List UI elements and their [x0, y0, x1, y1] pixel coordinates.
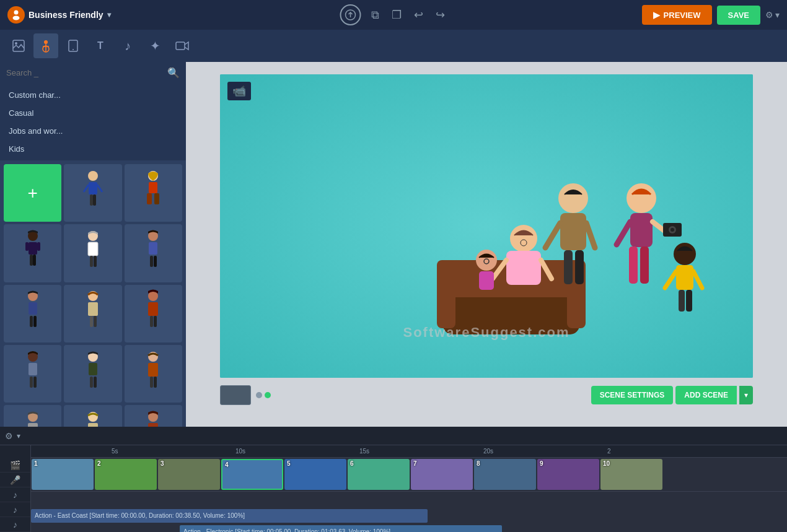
project-title[interactable]: Business Friendly ▾ — [7, 6, 111, 24]
tool-text[interactable]: T — [88, 33, 113, 58]
character-card[interactable] — [64, 345, 121, 403]
character-card[interactable] — [4, 405, 61, 427]
svg-rect-26 — [30, 255, 33, 266]
svg-rect-47 — [154, 316, 157, 327]
track-content: 1 2 3 4 5 6 7 8 9 10 Action - East Coast… — [31, 458, 787, 532]
scene-thumb-7[interactable]: 7 — [411, 459, 473, 490]
add-scene-dropdown[interactable]: ▾ — [739, 386, 753, 404]
avatar — [7, 6, 25, 24]
settings-button[interactable]: ⚙ ▾ — [765, 10, 780, 20]
svg-rect-58 — [150, 377, 153, 388]
scene-thumb-2[interactable]: 2 — [95, 459, 157, 490]
character-card[interactable] — [4, 224, 61, 282]
main-area: 🔍 Custom char... Casual Jobs and wor... … — [0, 62, 787, 427]
category-kids[interactable]: Kids — [0, 140, 186, 158]
character-card[interactable] — [64, 285, 121, 342]
scene-dot-2[interactable] — [265, 392, 271, 398]
scene-thumb-9[interactable]: 9 — [537, 459, 599, 490]
scene-thumb-5[interactable]: 5 — [284, 459, 346, 490]
timeline-arrow[interactable]: ▾ — [17, 432, 20, 440]
character-card[interactable] — [125, 345, 182, 403]
scene-illustration — [220, 74, 753, 378]
character-card[interactable] — [125, 224, 182, 282]
category-custom[interactable]: Custom char... — [0, 86, 186, 104]
character-card[interactable] — [64, 224, 121, 282]
tool-video[interactable] — [170, 33, 195, 58]
svg-rect-59 — [154, 377, 157, 388]
timeline: ⚙ ▾ 5s 10s 15s 20s 2 🎬 🎤 ♪ ♪ ♪ 1 2 — [0, 427, 787, 532]
character-card[interactable] — [125, 405, 182, 427]
music-track-2-row: Action - Electronic [Start time: 00:05.0… — [31, 524, 787, 532]
paste-button[interactable]: ❐ — [389, 6, 404, 24]
svg-rect-21 — [154, 193, 159, 204]
svg-rect-29 — [88, 242, 98, 256]
save-button[interactable]: SAVE — [717, 6, 760, 25]
svg-rect-37 — [29, 302, 37, 315]
sidebar: 🔍 Custom char... Casual Jobs and wor... … — [0, 62, 186, 427]
character-card[interactable] — [4, 285, 61, 342]
timeline-settings-icon[interactable]: ⚙ — [5, 431, 13, 441]
svg-rect-114 — [640, 246, 649, 284]
music-track-1[interactable]: Action - East Coast [Start time: 00:00.0… — [31, 509, 428, 523]
tool-effects[interactable]: ✦ — [143, 33, 167, 58]
svg-line-108 — [617, 222, 630, 245]
svg-rect-42 — [90, 316, 93, 327]
svg-rect-20 — [147, 193, 152, 204]
undo-button[interactable]: ↩ — [411, 6, 426, 24]
svg-line-15 — [97, 185, 102, 192]
character-grid-container: + — [0, 160, 186, 427]
toolbar: T ♪ ✦ — [0, 30, 787, 62]
svg-rect-11 — [176, 42, 185, 50]
redo-button[interactable]: ↪ — [433, 6, 447, 24]
category-jobs[interactable]: Jobs and wor... — [0, 122, 186, 140]
tool-character[interactable] — [33, 33, 58, 58]
svg-point-4 — [15, 42, 17, 45]
play-icon: ▶ — [653, 10, 660, 20]
svg-rect-119 — [679, 290, 685, 312]
svg-rect-41 — [88, 302, 98, 316]
category-list: Custom char... Casual Jobs and wor... Ki… — [0, 84, 186, 160]
gear-icon: ⚙ — [765, 10, 773, 20]
svg-point-5 — [44, 40, 48, 44]
app-header: Business Friendly ▾ ⧉ ❐ ↩ ↪ ▶ PREVIEW SA… — [0, 0, 787, 30]
character-card[interactable] — [64, 405, 121, 427]
character-card[interactable] — [125, 164, 182, 222]
scene-number: 4 — [225, 461, 229, 468]
svg-rect-46 — [150, 316, 153, 327]
character-card[interactable] — [4, 345, 61, 403]
scene-thumb-8[interactable]: 8 — [474, 459, 536, 490]
svg-rect-45 — [148, 302, 158, 316]
track-label-music3: ♪ — [0, 517, 30, 532]
scene-thumb-6[interactable]: 6 — [348, 459, 410, 490]
tool-tablet[interactable] — [61, 33, 86, 58]
upload-button[interactable] — [340, 4, 361, 25]
scene-thumb-10[interactable]: 10 — [600, 459, 662, 490]
scene-settings-button[interactable]: SCENE SETTINGS — [591, 386, 674, 404]
scene-thumb-1[interactable]: 1 — [32, 459, 94, 490]
add-scene-button[interactable]: ADD SCENE — [675, 386, 737, 404]
preview-button[interactable]: ▶ PREVIEW — [642, 5, 712, 25]
add-character-button[interactable]: + — [4, 164, 61, 222]
character-card[interactable] — [125, 285, 182, 342]
svg-line-117 — [665, 271, 676, 288]
music-track-2[interactable]: Action - Electronic [Start time: 00:05.0… — [180, 525, 502, 533]
svg-rect-55 — [94, 377, 97, 388]
chevron-down-icon[interactable]: ▾ — [107, 11, 111, 19]
scene-thumb-4[interactable]: 4 — [221, 459, 283, 490]
tool-image[interactable] — [6, 33, 31, 58]
search-input[interactable] — [6, 68, 164, 77]
copy-button[interactable]: ⧉ — [369, 6, 382, 24]
svg-rect-105 — [575, 250, 584, 284]
scene-dot-1[interactable] — [256, 392, 262, 398]
tool-music[interactable]: ♪ — [115, 33, 140, 58]
scene-canvas[interactable]: 📹 — [220, 74, 753, 378]
scene-thumbnail-preview[interactable] — [220, 385, 251, 405]
svg-rect-43 — [94, 316, 97, 327]
character-card[interactable] — [64, 164, 121, 222]
scene-number: 6 — [350, 460, 354, 467]
svg-line-102 — [545, 223, 560, 248]
track-label-music2: ♪ — [0, 502, 30, 517]
category-casual[interactable]: Casual — [0, 104, 186, 122]
search-icon[interactable]: 🔍 — [167, 67, 180, 79]
scene-thumb-3[interactable]: 3 — [158, 459, 220, 490]
